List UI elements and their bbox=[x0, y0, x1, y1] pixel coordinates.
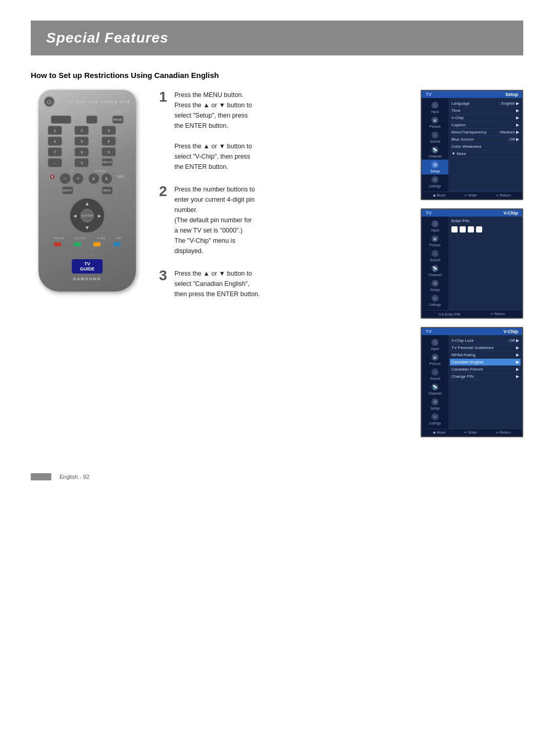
vchip-pin-footer: 0-9 Enter PIN ↩ Return bbox=[422, 310, 522, 318]
input-button[interactable]: INPUT bbox=[62, 186, 73, 195]
step-1-content: Press the MENU button. Press the ▲ or ▼ … bbox=[174, 90, 252, 172]
yellow-button[interactable] bbox=[93, 242, 101, 247]
step-2-content: Press the number buttons to enter your c… bbox=[174, 184, 255, 256]
mpaa-label: MPAA Rating bbox=[451, 353, 476, 357]
source-button[interactable]: SRC bbox=[117, 175, 125, 179]
btn-5[interactable]: 5 bbox=[74, 137, 89, 146]
sidebar-listings-2[interactable]: ≡ Listings bbox=[422, 293, 448, 308]
footer-move-1: ◆ Move bbox=[433, 193, 445, 198]
ch-down[interactable]: ∨ bbox=[88, 173, 100, 184]
vol-up[interactable]: + bbox=[72, 173, 84, 184]
btn-1[interactable]: 1 bbox=[48, 126, 62, 135]
sidebar-channel-3[interactable]: 📡 Channel bbox=[422, 382, 448, 397]
sidebar-channel-1[interactable]: 📡 Channel bbox=[422, 145, 448, 160]
setup-label-3: Setup bbox=[430, 406, 440, 410]
time-label: Time bbox=[451, 108, 460, 113]
page-footer: English - 92 bbox=[0, 468, 554, 486]
step-3: 3 Press the ▲ or ▼ button to select "Can… bbox=[159, 268, 410, 299]
bluescreen-label: Blue Screen bbox=[451, 137, 474, 142]
setup-label-1: Setup bbox=[430, 169, 440, 173]
btn-0[interactable]: 0 bbox=[74, 158, 89, 167]
btn-6[interactable]: 6 bbox=[102, 137, 116, 146]
steps-area: 1 Press the MENU button. Press the ▲ or … bbox=[159, 90, 523, 437]
enter-pin-label: Enter PIN bbox=[451, 219, 519, 223]
menu-colorweakness: Color Weakness bbox=[451, 143, 519, 150]
footer-bar bbox=[31, 473, 51, 480]
nav-down-arrow[interactable]: ▼ bbox=[85, 225, 90, 230]
btn-7[interactable]: 7 bbox=[48, 147, 62, 157]
tv-parental-label: TV Parental Guidelines bbox=[451, 345, 493, 350]
menu-tv-parental: TV Parental Guidelines ▶ bbox=[451, 344, 519, 352]
enter-button[interactable]: ENTER bbox=[81, 209, 94, 222]
vchip-lock-label: V-Chip Lock bbox=[451, 338, 473, 343]
sound-icon-1: ♪ bbox=[431, 131, 439, 139]
change-pin-arrow: ▶ bbox=[516, 374, 519, 379]
blue-button[interactable] bbox=[113, 242, 121, 247]
setup-footer: ◆ Move ↵ Enter ↩ Return bbox=[422, 191, 522, 199]
power-button[interactable]: ⏻ bbox=[44, 96, 55, 107]
green-button[interactable] bbox=[73, 242, 82, 247]
channel-label-1: Channel bbox=[428, 154, 442, 158]
btn-2[interactable]: 2 bbox=[74, 126, 89, 135]
sidebar-input-3[interactable]: ⬡ Input bbox=[422, 337, 448, 352]
channel-label-3: Channel bbox=[428, 392, 442, 395]
bottom-row: FAV.CH CH.LIST D-Net PIP bbox=[48, 237, 127, 240]
pin-dot-1 bbox=[451, 226, 458, 232]
sidebar-sound-1[interactable]: ♪ Sound bbox=[422, 130, 448, 145]
pin-dot-4 bbox=[476, 226, 482, 232]
btn-dash[interactable]: - bbox=[48, 158, 62, 167]
setup-label-2: Setup bbox=[430, 288, 440, 292]
sidebar-setup-1[interactable]: ⚙ Setup bbox=[422, 160, 448, 175]
dot-indicators-2 bbox=[44, 254, 131, 256]
vol-down[interactable]: − bbox=[60, 173, 71, 184]
sidebar-sound-2[interactable]: ♪ Sound bbox=[422, 248, 448, 263]
vchip-label: V-Chip bbox=[451, 115, 464, 120]
vchip-menu-footer: ◆ Move ↵ Enter ↩ Return bbox=[422, 429, 522, 436]
nav-left-arrow[interactable]: ◄ bbox=[72, 213, 77, 219]
sidebar-picture-1[interactable]: ▣ Picture bbox=[422, 115, 448, 130]
btn-8[interactable]: 8 bbox=[74, 147, 89, 157]
tvguide-label: TV Guide bbox=[84, 110, 95, 113]
picture-label-2: Picture bbox=[429, 243, 441, 247]
content-area: ⏻ TV STB VCR CABLE DVD ANTENNA TV Guide … bbox=[31, 90, 523, 437]
red-button[interactable] bbox=[53, 242, 62, 247]
sound-icon-3: ♪ bbox=[431, 369, 439, 376]
btn-prech[interactable]: PRE-CH bbox=[102, 158, 113, 166]
mute-button[interactable]: 🔇 bbox=[50, 175, 55, 179]
vchip-menu-body: ⬡ Input ▣ Picture ♪ Sound 📡 bbox=[422, 335, 522, 429]
sidebar-picture-2[interactable]: ▣ Picture bbox=[422, 234, 448, 248]
step-2: 2 Press the number buttons to enter your… bbox=[159, 184, 410, 256]
nav-up-arrow[interactable]: ▲ bbox=[85, 201, 90, 206]
sidebar-setup-3[interactable]: ⚙ Setup bbox=[422, 397, 448, 412]
pin-dot-2 bbox=[460, 226, 466, 232]
nav-right-arrow[interactable]: ► bbox=[97, 213, 102, 219]
sidebar-setup-2[interactable]: ⚙ Setup bbox=[422, 278, 448, 293]
info-button[interactable]: INFO bbox=[102, 186, 113, 195]
listings-label-1: Listings bbox=[429, 184, 441, 188]
sidebar-input-2[interactable]: ⬡ Input bbox=[422, 219, 448, 234]
btn-3[interactable]: 3 bbox=[102, 126, 116, 135]
bluescreen-value: : Off ▶ bbox=[507, 137, 519, 142]
sidebar-listings-1[interactable]: ≡ Listings bbox=[422, 175, 448, 189]
remote-body: ⏻ TV STB VCR CABLE DVD ANTENNA TV Guide … bbox=[38, 90, 136, 292]
setup-sidebar: ⬡ Input ▣ Picture ♪ Sound 📡 bbox=[422, 98, 448, 191]
btn-4[interactable]: 4 bbox=[48, 137, 62, 146]
ch-up[interactable]: ∧ bbox=[101, 173, 112, 184]
sidebar-input-1[interactable]: ⬡ Input bbox=[422, 100, 448, 115]
colorweakness-label: Color Weakness bbox=[451, 144, 482, 149]
transparency-label: MenuTransparency bbox=[451, 130, 487, 134]
channel-icon-3: 📡 bbox=[431, 383, 439, 391]
sidebar-picture-3[interactable]: ▣ Picture bbox=[422, 352, 448, 367]
menu-language: Language : English ▶ bbox=[451, 100, 519, 107]
btn-9[interactable]: 9 bbox=[102, 147, 116, 157]
antenna-button[interactable] bbox=[51, 115, 71, 124]
sidebar-channel-2[interactable]: 📡 Channel bbox=[422, 263, 448, 278]
sidebar-listings-3[interactable]: ≡ Listings bbox=[422, 412, 448, 427]
sound-icon-2: ♪ bbox=[431, 250, 439, 257]
vchip-menu-screen: TV V-Chip ⬡ Input ▣ Picture bbox=[421, 327, 523, 437]
input-label-2: Input bbox=[431, 228, 439, 232]
func-buttons: INPUT INFO bbox=[48, 186, 127, 195]
sidebar-sound-3[interactable]: ♪ Sound bbox=[422, 367, 448, 382]
mode-button[interactable]: MODE bbox=[112, 115, 124, 124]
tvguide-button[interactable] bbox=[86, 115, 97, 124]
